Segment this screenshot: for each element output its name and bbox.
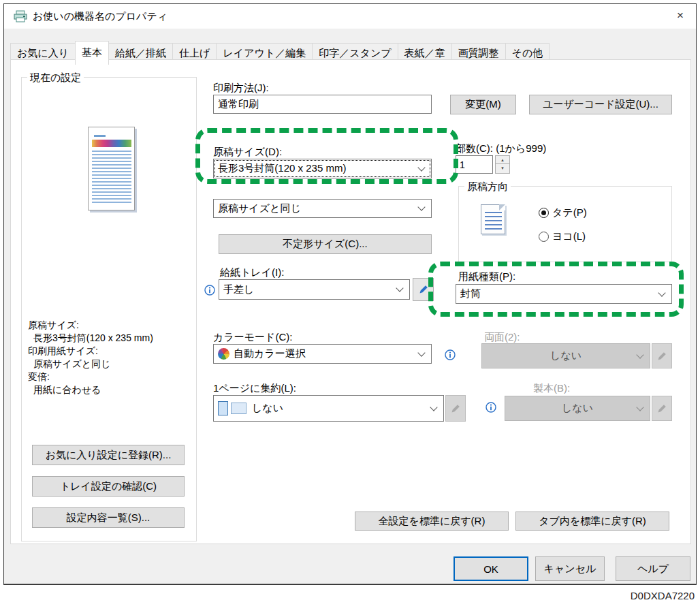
print-method-field[interactable]: 通常印刷 xyxy=(213,95,432,114)
close-icon: × xyxy=(677,9,684,22)
summary-doc-size-value: 長形3号封筒(120 x 235 mm) xyxy=(28,332,195,345)
title-bar: お使いの機器名のプロパティ × xyxy=(4,4,696,29)
orientation-group-label: 原稿方向 xyxy=(464,180,511,193)
radio-unchecked-icon xyxy=(539,232,549,242)
check-tray-settings-button[interactable]: トレイ設定の確認(C) xyxy=(32,476,185,497)
combine-edit-button xyxy=(445,395,466,422)
duplex-value: しない xyxy=(550,349,582,362)
paper-tray-combo[interactable]: 手差し xyxy=(219,279,410,300)
color-mode-label: カラーモード(C): xyxy=(213,331,292,344)
landscape-radio-label: ヨコ(L) xyxy=(552,230,586,243)
preview-title-line xyxy=(94,135,106,137)
copies-label: 部数(C): (1から999) xyxy=(456,142,546,155)
spinner-up-button[interactable]: ▲ xyxy=(496,156,509,164)
settings-summary: 原稿サイズ: 長形3号封筒(120 x 235 mm) 印刷用紙サイズ: 原稿サ… xyxy=(28,319,195,396)
chevron-down-icon xyxy=(417,203,425,210)
combine-label: 1ページに集約(L): xyxy=(213,382,296,395)
info-icon xyxy=(486,402,496,413)
color-mode-value: 自動カラー選択 xyxy=(234,347,306,360)
help-button[interactable]: ヘルプ xyxy=(616,556,690,581)
chevron-down-icon xyxy=(636,403,643,411)
booklet-label: 製本(B): xyxy=(533,382,570,395)
combine-combo[interactable]: しない xyxy=(213,395,444,422)
document-code: D0DXDA7220 xyxy=(631,590,695,601)
summary-scale-label: 変倍: xyxy=(28,371,195,383)
duplex-edit-button xyxy=(652,343,672,368)
booklet-combo: しない xyxy=(505,396,650,421)
custom-paper-size-button[interactable]: 不定形サイズ(C)... xyxy=(219,234,432,254)
document-size-label: 原稿サイズ(D): xyxy=(213,146,282,159)
info-icon xyxy=(204,285,215,296)
page-background: お使いの機器名のプロパティ × お気に入り 基本 給紙／排紙 仕上げ レイアウト… xyxy=(0,0,700,613)
duplex-label: 両面(2): xyxy=(484,331,520,344)
radio-checked-icon xyxy=(539,208,549,218)
print-method-label: 印刷方法(J): xyxy=(213,82,269,95)
booklet-edit-button xyxy=(652,396,672,421)
close-button[interactable]: × xyxy=(665,4,696,27)
ok-button[interactable]: OK xyxy=(454,556,528,581)
print-paper-size-value: 原稿サイズと同じ xyxy=(218,202,301,215)
paper-tray-edit-button[interactable] xyxy=(413,278,434,301)
printer-icon xyxy=(13,10,28,22)
printer-properties-dialog: お使いの機器名のプロパティ × お気に入り 基本 給紙／排紙 仕上げ レイアウト… xyxy=(3,3,697,585)
color-pinwheel-icon xyxy=(218,348,229,360)
register-favorites-button[interactable]: お気に入り設定に登録(R)... xyxy=(32,445,185,465)
tab-basic[interactable]: 基本 xyxy=(75,41,109,65)
chevron-down-icon xyxy=(636,351,643,358)
summary-doc-size-label: 原稿サイズ: xyxy=(28,319,195,332)
paper-tray-value: 手差し xyxy=(223,283,254,296)
booklet-value: しない xyxy=(562,402,593,415)
duplex-combo: しない xyxy=(481,343,650,368)
print-preview-thumbnail xyxy=(88,127,135,210)
user-code-settings-button[interactable]: ユーザーコード設定(U)... xyxy=(529,95,672,114)
summary-scale-value: 用紙に合わせる xyxy=(28,383,195,396)
print-paper-size-combo[interactable]: 原稿サイズと同じ xyxy=(213,199,432,218)
orientation-portrait-radio[interactable]: タテ(P) xyxy=(539,206,587,219)
combine-value: しない xyxy=(252,402,283,415)
portrait-page-icon xyxy=(218,401,228,415)
paper-type-label: 用紙種類(P): xyxy=(458,270,515,283)
chevron-down-icon xyxy=(430,403,437,411)
document-size-value: 長形3号封筒(120 x 235 mm) xyxy=(218,162,346,175)
settings-list-button[interactable]: 設定内容一覧(S)... xyxy=(32,507,185,528)
portrait-document-icon xyxy=(481,204,505,234)
orientation-landscape-radio[interactable]: ヨコ(L) xyxy=(539,230,586,243)
copies-spinner: ▲ ▼ xyxy=(495,155,510,174)
reset-all-settings-button[interactable]: 全設定を標準に戻す(R) xyxy=(355,512,509,531)
chevron-down-icon xyxy=(658,289,665,296)
pencil-icon xyxy=(450,403,461,414)
document-size-combo[interactable]: 長形3号封筒(120 x 235 mm) xyxy=(213,159,432,178)
pencil-icon xyxy=(418,284,429,295)
pencil-icon xyxy=(656,351,667,362)
change-button[interactable]: 変更(M) xyxy=(450,95,516,114)
portrait-radio-label: タテ(P) xyxy=(552,206,587,219)
cancel-button[interactable]: キャンセル xyxy=(535,556,605,581)
reset-tab-settings-button[interactable]: タブ内を標準に戻す(R) xyxy=(515,512,669,531)
window-title: お使いの機器名のプロパティ xyxy=(33,10,168,23)
chevron-down-icon xyxy=(417,163,425,171)
paper-type-value: 封筒 xyxy=(460,287,481,300)
paper-type-combo[interactable]: 封筒 xyxy=(456,284,672,304)
chevron-down-icon xyxy=(417,349,425,356)
spinner-down-button[interactable]: ▼ xyxy=(496,164,509,172)
chevron-down-icon xyxy=(396,284,403,292)
paper-tray-label: 給紙トレイ(I): xyxy=(220,266,284,279)
copies-input[interactable]: 1 xyxy=(456,155,493,174)
pencil-icon xyxy=(656,403,667,414)
color-mode-combo[interactable]: 自動カラー選択 xyxy=(213,344,432,364)
preview-color-band xyxy=(92,140,131,147)
summary-paper-size-label: 印刷用紙サイズ: xyxy=(28,345,195,358)
summary-paper-size-value: 原稿サイズと同じ xyxy=(28,358,195,371)
info-icon xyxy=(445,349,456,360)
current-settings-label: 現在の設定 xyxy=(27,72,84,84)
landscape-page-icon xyxy=(231,403,246,414)
preview-text-lines xyxy=(92,151,131,204)
